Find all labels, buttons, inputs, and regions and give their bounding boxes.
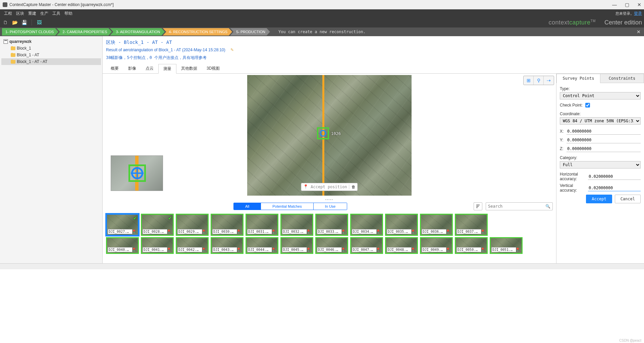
edit-icon[interactable]: ✎ bbox=[230, 48, 234, 52]
tab-4[interactable]: 其他数据 bbox=[176, 64, 202, 73]
minimize-button[interactable]: — bbox=[612, 2, 617, 7]
type-select[interactable]: Control Point bbox=[560, 92, 641, 99]
new-icon[interactable]: 🗋 bbox=[2, 19, 9, 26]
tab-survey-points[interactable]: Survey Points bbox=[556, 74, 600, 83]
tab-2[interactable]: 点云 bbox=[141, 64, 158, 73]
thumbnail[interactable]: 📍DJI_0047.… bbox=[350, 237, 383, 254]
save-icon[interactable]: 💾 bbox=[21, 19, 28, 26]
coordinate-select[interactable]: WGS 84 / UTM zone 50N (EPSG:32650) bbox=[560, 117, 641, 125]
menu-block[interactable]: 区块 bbox=[14, 11, 26, 16]
thumbnail[interactable]: 📍DJI_0042.… bbox=[176, 237, 209, 254]
filmstrip-row-2[interactable]: 📍DJI_0040.…📍DJI_0041.…📍DJI_0042.…📍DJI_00… bbox=[103, 236, 556, 255]
thumbnail-label: DJI_0035.… bbox=[387, 229, 412, 234]
workflow-step-4[interactable]: 4- RECONSTRUCTION SETTINGS bbox=[163, 28, 232, 36]
tree-item[interactable]: Block_1 - AT bbox=[1, 52, 101, 58]
thumbnail[interactable]: 📍DJI_0035.… bbox=[385, 214, 418, 236]
check-icon: ✔ bbox=[168, 215, 172, 221]
workflow-close-icon[interactable]: ✕ bbox=[637, 29, 641, 35]
thumbnail[interactable]: 📍DJI_0049.… bbox=[420, 237, 453, 254]
tree-root[interactable]: quarreywzk bbox=[1, 38, 101, 45]
thumbnail[interactable]: 📍DJI_0050.… bbox=[455, 237, 488, 254]
search-icon[interactable]: 🔍 bbox=[545, 204, 550, 209]
thumbnail-label: DJI_0031.… bbox=[247, 229, 272, 234]
tab-1[interactable]: 影像 bbox=[123, 64, 141, 73]
menu-project[interactable]: 工程 bbox=[2, 11, 14, 16]
thumbnail-label: DJI_0036.… bbox=[422, 229, 446, 234]
thumbnail-label: DJI_0046.… bbox=[317, 247, 342, 252]
thumbnail[interactable]: 📍DJI_0037.… bbox=[455, 214, 488, 236]
close-button[interactable]: ✕ bbox=[637, 2, 641, 7]
tree-item[interactable]: Block_1 - AT - AT bbox=[1, 58, 101, 65]
tab-0[interactable]: 概要 bbox=[106, 64, 123, 73]
thumbnail[interactable]: 📍DJI_0043.… bbox=[211, 237, 244, 254]
thumbnail[interactable]: ✔📍DJI_0027.… bbox=[106, 214, 139, 236]
menu-help[interactable]: 帮助 bbox=[62, 11, 74, 16]
thumbnail[interactable]: 📍DJI_0044.… bbox=[246, 237, 278, 254]
x-input[interactable] bbox=[567, 128, 641, 135]
sort-button[interactable] bbox=[474, 202, 482, 210]
segment-potential-matches[interactable]: Potential Matches bbox=[261, 203, 313, 210]
view-tools: ⊞ ⚲ ⇢ bbox=[523, 76, 554, 85]
thumbnail[interactable]: 📍DJI_0041.… bbox=[141, 237, 174, 254]
delete-icon[interactable]: 🗑 bbox=[349, 185, 356, 189]
thumbnail[interactable]: 📍DJI_0040.… bbox=[106, 237, 139, 254]
accept-button[interactable]: Accept bbox=[586, 195, 612, 203]
splitter-handle[interactable]: ••••• bbox=[103, 198, 556, 201]
checkpoint-checkbox[interactable] bbox=[585, 103, 590, 108]
main-panel: 区块 - Block_1 - AT - AT Result of aerotri… bbox=[103, 36, 644, 263]
target-marker[interactable] bbox=[317, 127, 329, 139]
project-tree: quarreywzk Block_1Block_1 - ATBlock_1 - … bbox=[0, 36, 103, 263]
menu-rebuild[interactable]: 重建 bbox=[26, 11, 38, 16]
thumbnail[interactable]: 📍DJI_0030.… bbox=[211, 214, 244, 236]
add-point-icon[interactable]: ⊞ bbox=[524, 76, 534, 85]
login-link[interactable]: 登录 bbox=[634, 11, 642, 16]
tab-strip: 概要影像点云测量其他数据3D视图 bbox=[103, 64, 644, 74]
thumbnail[interactable]: 📍DJI_0045.… bbox=[280, 237, 313, 254]
menu-tools[interactable]: 工具 bbox=[50, 11, 62, 16]
tree-item[interactable]: Block_1 bbox=[1, 45, 101, 52]
filter-segmented[interactable]: AllPotential MatchesIn Use bbox=[233, 203, 347, 210]
search-input[interactable] bbox=[488, 204, 545, 209]
workflow-hint: You can create a new reconstruction. bbox=[278, 29, 366, 34]
thumbnail[interactable]: 📍DJI_0034.… bbox=[350, 214, 383, 236]
thumbnail[interactable]: 📍DJI_0032.… bbox=[280, 214, 313, 236]
thumbnail[interactable]: ✔📍DJI_0028.… bbox=[141, 214, 174, 236]
segment-all[interactable]: All bbox=[234, 203, 261, 210]
workflow-step-3[interactable]: 3- AEROTRIANGULATION bbox=[110, 28, 165, 36]
tie-point-icon[interactable]: ⚲ bbox=[534, 76, 544, 85]
tab-5[interactable]: 3D视图 bbox=[202, 64, 224, 73]
thumbnail[interactable]: 📍DJI_0051.… bbox=[490, 237, 523, 254]
thumbnail[interactable]: 📍DJI_0048.… bbox=[385, 237, 418, 254]
thumbnail[interactable]: 📍DJI_0029.… bbox=[176, 214, 209, 236]
open-icon[interactable]: 📂 bbox=[11, 19, 18, 26]
image-icon[interactable]: 🖼 bbox=[36, 19, 43, 26]
category-select[interactable]: Full bbox=[560, 161, 641, 168]
thumbnail[interactable]: 📍DJI_0036.… bbox=[420, 214, 453, 236]
workflow-step-2[interactable]: 2- CAMERA PROPERTIES bbox=[56, 28, 112, 36]
hacc-input[interactable] bbox=[588, 173, 641, 180]
y-input[interactable] bbox=[567, 137, 641, 143]
thumbnail[interactable]: 📍DJI_0046.… bbox=[315, 237, 348, 254]
constraint-icon[interactable]: ⇢ bbox=[544, 76, 554, 85]
mini-view[interactable] bbox=[111, 155, 163, 191]
cancel-button[interactable]: Cancel bbox=[615, 195, 641, 203]
segment-in-use[interactable]: In Use bbox=[313, 203, 347, 210]
maximize-button[interactable]: ▢ bbox=[625, 2, 629, 7]
tab-constraints[interactable]: Constraints bbox=[600, 74, 644, 83]
vacc-input[interactable] bbox=[588, 185, 641, 191]
workflow-step-5[interactable]: 5- PRODUCTION bbox=[230, 28, 270, 36]
aerial-image[interactable]: 1026 bbox=[247, 75, 412, 196]
filmstrip-row-1[interactable]: ✔📍DJI_0027.…✔📍DJI_0028.…📍DJI_0029.…📍DJI_… bbox=[103, 212, 556, 236]
z-input[interactable] bbox=[567, 145, 641, 152]
tab-3[interactable]: 测量 bbox=[158, 64, 176, 74]
accept-position-text[interactable]: Accept position bbox=[311, 185, 347, 189]
window-title: ContextCapture Master - Center edition [… bbox=[9, 2, 612, 7]
search-box[interactable]: 🔍 bbox=[486, 202, 553, 210]
thumbnail[interactable]: 📍DJI_0033.… bbox=[315, 214, 348, 236]
workflow-step-1[interactable]: 1- PHOTOS/POINT CLOUDS bbox=[2, 28, 58, 36]
brand-logo: contextcaptureTM bbox=[548, 19, 596, 26]
thumbnail[interactable]: 📍DJI_0031.… bbox=[246, 214, 278, 236]
image-viewer[interactable]: 1026 📍 Accept position 🗑 ⊞ ⚲ ⇢ bbox=[103, 74, 556, 198]
menu-production[interactable]: 生产 bbox=[38, 11, 50, 16]
block-stats: 38幅影像，5个控制点，0 个用户连接点，具有地理参考 bbox=[103, 54, 644, 64]
